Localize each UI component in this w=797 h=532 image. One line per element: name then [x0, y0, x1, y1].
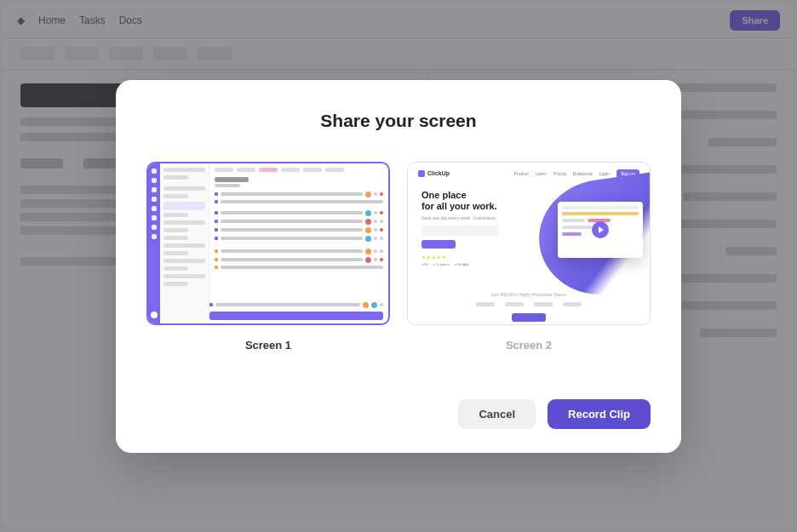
cancel-button[interactable]: Cancel [458, 399, 536, 429]
screen-1-label: Screen 1 [245, 339, 291, 352]
modal-actions: Cancel Record Clip [146, 399, 651, 429]
screen-2-label: Screen 2 [506, 339, 552, 352]
play-icon [592, 221, 609, 238]
share-screen-modal: Share your screen [116, 80, 681, 453]
screen-option-2[interactable]: ClickUp Product Learn Pricing Enterprise… [407, 162, 651, 352]
screen-1-thumbnail [146, 162, 390, 325]
record-clip-button[interactable]: Record Clip [548, 399, 651, 429]
screen-option-1[interactable]: Screen 1 [146, 162, 390, 352]
thumb2-brand: ClickUp [427, 170, 450, 176]
thumb2-headline: One place [421, 190, 639, 201]
screen-choices: Screen 1 ClickUp Product Learn Pricing E… [146, 162, 651, 352]
modal-title: Share your screen [146, 111, 651, 131]
screen-2-thumbnail: ClickUp Product Learn Pricing Enterprise… [407, 162, 651, 325]
